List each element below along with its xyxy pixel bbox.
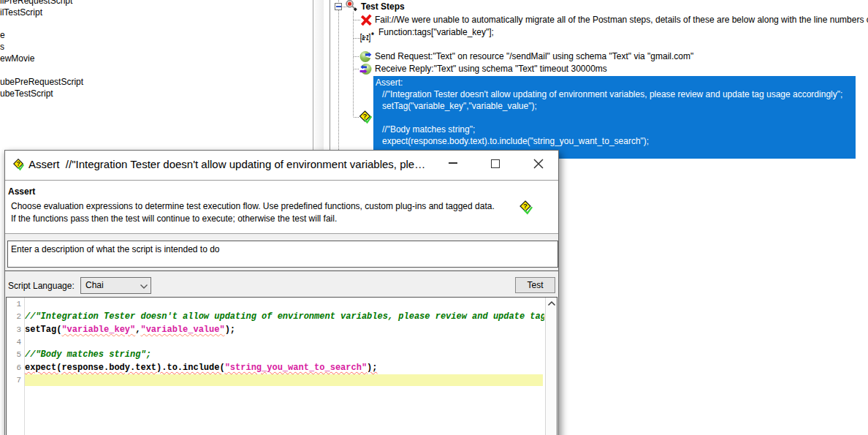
svg-text:?: ? bbox=[523, 202, 528, 210]
svg-text:?: ? bbox=[16, 160, 20, 167]
